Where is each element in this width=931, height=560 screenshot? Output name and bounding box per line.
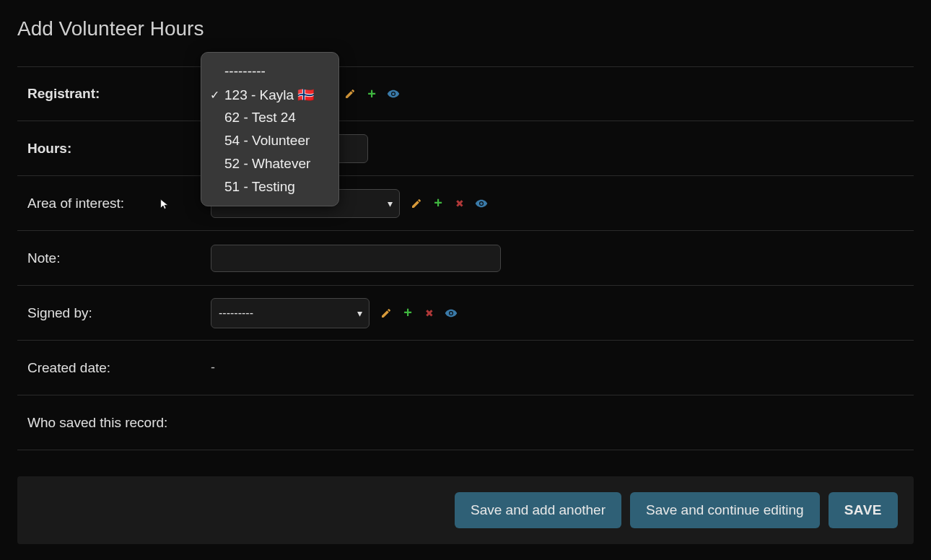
edit-icon[interactable] [344, 87, 357, 100]
page-title: Add Volunteer Hours [17, 17, 914, 40]
row-aoi: Area of interest: ▾ + ✖ [17, 176, 914, 231]
save-button[interactable]: SAVE [829, 492, 898, 528]
label-note: Note: [27, 250, 211, 266]
signedby-select[interactable]: --------- [211, 298, 370, 328]
registrant-option[interactable]: ✓123 - Kayla 🇳🇴 [201, 83, 338, 106]
view-icon[interactable] [387, 87, 400, 100]
view-icon[interactable] [475, 197, 488, 210]
note-input[interactable] [211, 245, 501, 272]
row-note: Note: [17, 231, 914, 286]
submit-row: Save and add another Save and continue e… [17, 476, 914, 544]
row-created-date: Created date: - [17, 341, 914, 395]
registrant-option[interactable]: 51 - Testing [201, 175, 338, 198]
label-registrant: Registrant: [27, 86, 211, 102]
label-created-date: Created date: [27, 360, 211, 376]
edit-icon[interactable] [410, 197, 423, 210]
row-registrant: Registrant: + [17, 66, 914, 121]
row-signedby: Signed by: --------- ▾ + ✖ [17, 286, 914, 341]
add-icon[interactable]: + [432, 197, 445, 210]
label-aoi: Area of interest: [27, 196, 211, 211]
registrant-option-blank[interactable]: --------- [201, 60, 338, 83]
edit-icon[interactable] [380, 307, 393, 320]
add-icon[interactable]: + [365, 87, 378, 100]
delete-icon[interactable]: ✖ [453, 197, 466, 210]
row-who-saved: Who saved this record: [17, 395, 914, 450]
registrant-option[interactable]: 62 - Test 24 [201, 106, 338, 129]
view-icon[interactable] [445, 307, 458, 320]
delete-icon[interactable]: ✖ [423, 307, 436, 320]
save-add-another-button[interactable]: Save and add another [455, 492, 621, 528]
label-who-saved: Who saved this record: [27, 415, 167, 431]
created-date-value: - [211, 360, 215, 375]
label-signedby: Signed by: [27, 305, 211, 321]
registrant-option[interactable]: 54 - Volunteer [201, 129, 338, 152]
registrant-option[interactable]: 52 - Whatever [201, 152, 338, 175]
label-hours: Hours: [27, 141, 211, 157]
save-continue-button[interactable]: Save and continue editing [630, 492, 820, 528]
registrant-dropdown-popup[interactable]: --------- ✓123 - Kayla 🇳🇴 62 - Test 24 5… [201, 52, 339, 206]
row-hours: Hours: [17, 121, 914, 176]
add-icon[interactable]: + [401, 307, 414, 320]
